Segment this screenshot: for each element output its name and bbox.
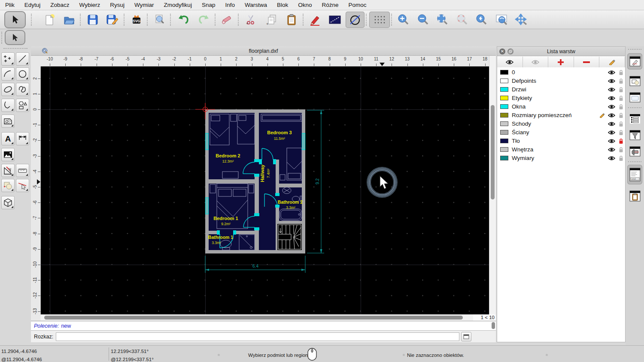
palette-handle[interactable] (3, 48, 27, 49)
pen-options-button[interactable] (306, 12, 325, 28)
new-file-button[interactable] (40, 12, 59, 28)
layer-lock-icon[interactable] (619, 138, 623, 145)
arc-tool[interactable] (1, 67, 15, 81)
export-svg-button[interactable]: SVG (127, 12, 146, 28)
layer-lock-icon[interactable] (619, 121, 623, 128)
menu-item-rysuj[interactable]: Rysuj (110, 2, 125, 8)
command-history-scrollbar[interactable] (492, 322, 495, 330)
layer-row-okna[interactable]: Okna (497, 103, 625, 111)
dock-handle[interactable] (628, 49, 641, 50)
layer-color-swatch[interactable] (500, 121, 508, 126)
layer-visibility-eye-icon[interactable] (608, 113, 615, 119)
add-layer-button[interactable] (548, 57, 574, 67)
zoom-pan-button[interactable] (512, 12, 531, 28)
layer-color-swatch[interactable] (500, 130, 508, 135)
layer-row-0[interactable]: 0 (497, 68, 625, 77)
select-tool-button-secondary[interactable] (5, 30, 25, 45)
menu-item-warstwa[interactable]: Warstwa (245, 2, 267, 8)
menu-item-wymiar[interactable]: Wymiar (134, 2, 154, 8)
menu-item-pomoc[interactable]: Pomoc (349, 2, 367, 8)
print-preview-button[interactable] (150, 12, 169, 28)
horizontal-scrollbar-thumb[interactable] (44, 316, 463, 320)
save-as-button[interactable] (103, 12, 122, 28)
cut-button[interactable]: + (242, 12, 261, 28)
polyline-tool[interactable] (1, 99, 15, 112)
layer-color-swatch[interactable] (500, 113, 508, 118)
layer-color-swatch[interactable] (500, 70, 508, 75)
dock-entity-list-button[interactable] (627, 111, 642, 127)
copy-button[interactable]: + (262, 12, 281, 28)
zoom-out-button[interactable] (414, 12, 433, 28)
layer-row-schody[interactable]: Schody (497, 120, 625, 128)
toolbar-handle[interactable] (1, 32, 2, 44)
layer-row-ściany[interactable]: Ściany (497, 128, 625, 137)
select-tool-button[interactable] (4, 11, 26, 28)
undo-button[interactable] (174, 12, 193, 28)
menu-item-zobacz[interactable]: Zobacz (50, 2, 69, 8)
layer-row-rozmiary-pomieszczeń[interactable]: Rozmiary pomieszczeń (497, 111, 625, 120)
boolean-tool[interactable] (1, 179, 15, 192)
dock-command-line-button[interactable]: cmd (627, 165, 642, 184)
spline-tool[interactable] (16, 83, 29, 96)
menu-item-zmodyfikuj[interactable]: Zmodyfikuj (164, 2, 192, 8)
line-tool[interactable] (16, 52, 29, 66)
zoom-in-button[interactable] (394, 12, 413, 28)
open-file-button[interactable] (60, 12, 79, 28)
layer-lock-icon[interactable] (619, 104, 623, 111)
layer-lock-icon[interactable] (619, 147, 623, 154)
dock-clipboard-button[interactable] (627, 188, 642, 204)
dock-layer-list-button[interactable] (627, 53, 642, 69)
image-tool[interactable] (1, 148, 15, 161)
menu-item-snap[interactable]: Snap (202, 2, 216, 8)
horizontal-scrollbar[interactable] (41, 314, 473, 321)
measure-tool[interactable] (1, 164, 15, 177)
menu-item-info[interactable]: Info (225, 2, 235, 8)
layer-row-wnętrza[interactable]: Wnętrza (497, 145, 625, 154)
hide-all-layers-button[interactable] (523, 57, 549, 67)
menu-item-okno[interactable]: Okno (298, 2, 312, 8)
dimension-tool[interactable] (16, 132, 29, 145)
layer-visibility-eye-icon[interactable] (608, 96, 615, 102)
layer-visibility-eye-icon[interactable] (608, 87, 615, 94)
layer-visibility-eye-icon[interactable] (608, 147, 615, 154)
save-button[interactable] (83, 12, 102, 28)
layer-visibility-eye-icon[interactable] (608, 156, 615, 162)
layer-visibility-eye-icon[interactable] (608, 139, 615, 145)
layer-row-tło[interactable]: Tło (497, 137, 625, 145)
layer-color-swatch[interactable] (500, 87, 508, 92)
text-tool[interactable]: A (1, 132, 15, 145)
erase-button[interactable] (218, 12, 237, 28)
menu-item-wybierz[interactable]: Wybierz (79, 2, 100, 8)
layer-lock-icon[interactable] (619, 112, 623, 120)
floorplan-drawing[interactable]: Bedroom 2 12.3m² Bedroom 3 11.5m² Hallwa… (185, 103, 339, 279)
circle-tool[interactable] (16, 67, 29, 81)
menu-item-różne[interactable]: Różne (322, 2, 339, 8)
layer-row-wymiary[interactable]: Wymiary (497, 154, 625, 163)
layer-color-swatch[interactable] (500, 104, 508, 109)
menu-item-edytuj[interactable]: Edytuj (24, 2, 41, 8)
layer-color-swatch[interactable] (500, 78, 508, 83)
layer-lock-icon[interactable] (619, 78, 623, 85)
command-options-button[interactable] (461, 332, 471, 341)
dock-library-browser-button[interactable] (627, 89, 642, 106)
zoom-previous-button[interactable] (472, 12, 491, 28)
vertical-scrollbar[interactable] (489, 56, 496, 314)
layer-color-swatch[interactable] (500, 156, 508, 160)
layer-row-etykiety[interactable]: Etykiety (497, 94, 625, 103)
3d-tool[interactable] (1, 196, 15, 209)
layer-lock-icon[interactable] (619, 130, 623, 137)
show-all-layers-button[interactable] (497, 57, 523, 67)
remove-layer-button[interactable] (574, 57, 600, 67)
layer-visibility-eye-icon[interactable] (608, 104, 615, 111)
dock-media-button[interactable] (627, 143, 642, 160)
zoom-window-button[interactable] (492, 12, 511, 28)
edit-layer-button[interactable] (599, 57, 625, 67)
polygon-tool[interactable] (16, 99, 29, 112)
vertical-scrollbar-thumb[interactable] (491, 105, 495, 199)
layer-color-swatch[interactable] (500, 96, 508, 100)
drawing-canvas[interactable]: Bedroom 2 12.3m² Bedroom 3 11.5m² Hallwa… (41, 66, 489, 314)
document-title-bar[interactable]: floorplan.dxf (31, 46, 496, 56)
line-attributes-button[interactable] (325, 12, 344, 28)
layer-lock-icon[interactable] (619, 95, 623, 103)
layer-row-defpoints[interactable]: Defpoints (497, 77, 625, 85)
